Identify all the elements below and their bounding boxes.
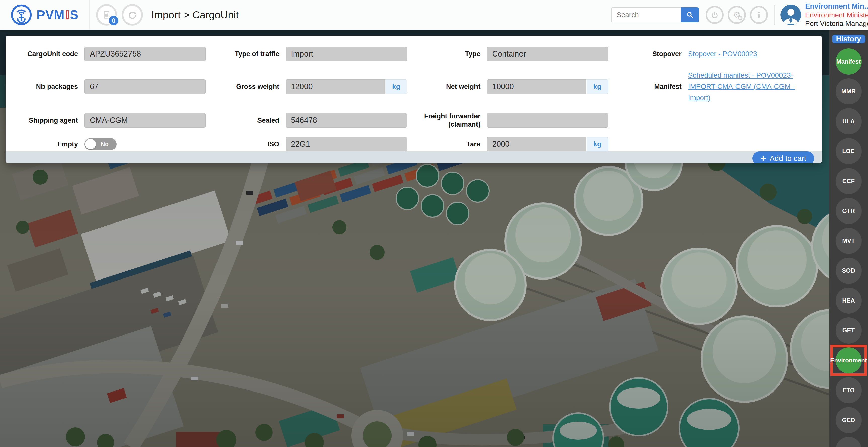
breadcrumb: Import > CargoUnit — [151, 9, 239, 21]
header-right: ⚙⚙ Environment Min... Environment Minist… — [611, 2, 868, 28]
sidebar-item-label: ETO — [842, 387, 855, 394]
sidebar-item-label: Manifest — [836, 58, 861, 65]
field-gross-weight: Gross weight kg — [217, 70, 407, 103]
freight-forwarder-input[interactable] — [487, 113, 608, 128]
net-weight-unit: kg — [586, 79, 608, 94]
sidebar-item-wrap: GED — [836, 407, 862, 433]
add-to-cart-label: Add to cart — [770, 154, 806, 163]
sidebar-item-wrap: SOD — [836, 257, 862, 284]
search-input[interactable] — [611, 7, 681, 22]
freight-forwarder-label: Freight forwarder (claimant) — [418, 112, 480, 128]
cart-document-button[interactable]: 0 — [96, 4, 117, 26]
sidebar-item-sod[interactable]: SOD — [836, 257, 862, 284]
search-button[interactable] — [681, 7, 699, 22]
toggle-knob-icon — [85, 139, 96, 149]
info-icon — [753, 9, 764, 20]
sidebar-item-hea[interactable]: HEA — [836, 287, 862, 314]
nb-packages-input[interactable] — [85, 79, 206, 94]
settings-button[interactable]: ⚙⚙ — [728, 6, 746, 24]
type-input[interactable] — [487, 47, 608, 61]
sidebar-item-label: CCF — [842, 177, 855, 184]
stopover-label: Stopover — [619, 50, 682, 58]
shipping-agent-input[interactable] — [85, 113, 206, 128]
field-freight-forwarder: Freight forwarder (claimant) — [418, 112, 608, 128]
field-iso: ISO — [217, 137, 407, 151]
sidebar-item-wrap: LOC — [836, 138, 862, 164]
gross-weight-unit: kg — [385, 79, 407, 94]
user-organization: Port Victoria Managem — [805, 19, 868, 28]
sealed-label: Sealed — [217, 116, 279, 124]
user-avatar — [780, 4, 801, 25]
empty-label: Empty — [16, 140, 78, 148]
sidebar-item-label: HEA — [842, 297, 855, 304]
sidebar-item-label: Environment — [830, 357, 867, 364]
sidebar-item-ged[interactable]: GED — [836, 407, 862, 433]
shipping-agent-label: Shipping agent — [16, 116, 78, 124]
tare-unit: kg — [586, 137, 608, 151]
type-of-traffic-label: Type of traffic — [217, 50, 279, 58]
toggle-state-label: No — [100, 141, 108, 148]
net-weight-label: Net weight — [418, 82, 480, 91]
settings-gears-icon: ⚙⚙ — [733, 10, 741, 19]
info-button[interactable] — [750, 6, 768, 24]
sidebar-item-wrap: MVT — [836, 228, 862, 254]
sidebar-item-get[interactable]: GET — [836, 317, 862, 344]
user-name: Environment Min... — [805, 2, 868, 10]
field-stopover: Stopover Stopover - POV00023 — [619, 47, 813, 61]
cart-count-badge: 0 — [108, 15, 119, 26]
sidebar-item-label: SOD — [842, 267, 855, 274]
sidebar-item-wrap: GTR — [836, 198, 862, 224]
header-divider — [774, 5, 775, 25]
sidebar-item-wrap: CCF — [836, 168, 862, 194]
sidebar-item-wrap: ULA — [836, 108, 862, 134]
power-icon — [709, 9, 720, 20]
field-type: Type — [418, 47, 608, 61]
field-tare: Tare kg — [418, 137, 608, 151]
header: PVMIS 0 Import > CargoUnit — [0, 0, 868, 30]
stopover-link[interactable]: Stopover - POV00023 — [688, 50, 757, 58]
logout-button[interactable] — [706, 6, 724, 24]
type-of-traffic-input[interactable] — [286, 47, 407, 61]
iso-input[interactable] — [286, 137, 407, 151]
field-nb-packages: Nb packages — [16, 70, 206, 103]
sidebar-item-label: GED — [842, 417, 855, 424]
sidebar-item-partial[interactable] — [836, 437, 862, 447]
sidebar-item-ula[interactable]: ULA — [836, 108, 862, 134]
field-empty: Empty No — [16, 137, 206, 151]
sidebar-item-label: MVT — [842, 237, 855, 244]
sidebar-item-label: ULA — [842, 118, 855, 125]
user-texts: Environment Min... Environment Minister … — [805, 2, 868, 28]
sidebar-item-ccf[interactable]: CCF — [836, 168, 862, 194]
sidebar-item-wrap — [836, 437, 862, 447]
sidebar-item-gtr[interactable]: GTR — [836, 198, 862, 224]
tare-label: Tare — [418, 140, 480, 148]
refresh-icon — [126, 9, 138, 21]
sidebar-item-mvt[interactable]: MVT — [836, 228, 862, 254]
sidebar-item-wrap: ETO — [836, 377, 862, 403]
history-button[interactable]: History — [832, 35, 865, 43]
sidebar-item-eto[interactable]: ETO — [836, 377, 862, 403]
sidebar-item-environment[interactable]: Environment — [836, 347, 862, 373]
sidebar-item-manifest[interactable]: Manifest — [836, 48, 862, 75]
nb-packages-label: Nb packages — [16, 82, 78, 91]
field-cargounit-code: CargoUnit code — [16, 47, 206, 61]
sealed-input[interactable] — [286, 113, 407, 128]
iso-label: ISO — [217, 140, 279, 148]
sidebar-item-mmr[interactable]: MMR — [836, 78, 862, 104]
sidebar-item-loc[interactable]: LOC — [836, 138, 862, 164]
sidebar: History ManifestMMRULALOCCCFGTRMVTSODHEA… — [829, 30, 868, 447]
field-type-of-traffic: Type of traffic — [217, 47, 407, 61]
logo-accent-i: I — [66, 10, 69, 19]
refresh-button[interactable] — [122, 4, 143, 26]
search-box — [611, 7, 699, 22]
field-shipping-agent: Shipping agent — [16, 112, 206, 128]
cargounit-code-input[interactable] — [85, 47, 206, 61]
manifest-link[interactable]: Scheduled manifest - POV00023-IMPORT-CMA… — [688, 71, 795, 102]
pvmis-logo-icon — [10, 4, 32, 26]
sidebar-item-wrap: MMR — [836, 78, 862, 104]
add-to-cart-button[interactable]: + Add to cart — [752, 151, 814, 163]
empty-filler — [619, 112, 813, 128]
empty-toggle[interactable]: No — [85, 138, 117, 150]
user-menu[interactable]: Environment Min... Environment Minister … — [780, 2, 868, 28]
app-logo[interactable]: PVMIS — [0, 0, 90, 30]
